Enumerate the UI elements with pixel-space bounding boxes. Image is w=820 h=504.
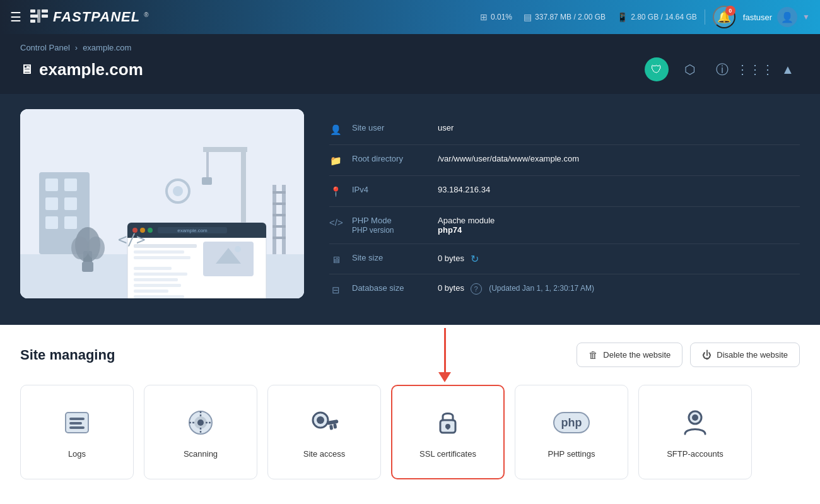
user-menu[interactable]: fastuser 👤 ▼: [743, 7, 810, 27]
delete-website-label: Delete the website: [603, 350, 671, 360]
user-icon: 👤: [329, 124, 342, 136]
php-icon: php: [551, 406, 592, 439]
managing-section: Site managing 🗑 Delete the website ⏻ Dis…: [0, 325, 820, 504]
delete-website-button[interactable]: 🗑 Delete the website: [577, 343, 682, 367]
site-user-value: user: [438, 123, 454, 132]
svg-point-74: [692, 414, 698, 421]
avatar: 👤: [777, 7, 797, 27]
svg-point-43: [173, 186, 183, 196]
scanning-icon: [184, 406, 217, 439]
notifications-button[interactable]: 🔔 0: [713, 6, 735, 28]
svg-text:php: php: [561, 416, 582, 429]
svg-rect-1: [30, 15, 38, 18]
scanning-card[interactable]: Scanning: [144, 385, 257, 479]
cpu-icon: ⊞: [480, 12, 488, 22]
db-size-label: Database size: [352, 283, 428, 293]
site-icon: 🖥: [20, 62, 33, 77]
svg-point-62: [197, 419, 204, 426]
memory-icon: ▤: [524, 12, 532, 22]
svg-rect-3: [37, 9, 40, 23]
svg-rect-10: [45, 179, 58, 191]
info-button[interactable]: ⓘ: [710, 57, 734, 81]
db-updated-text: (Updated Jan 1, 1, 2:30:17 AM): [489, 284, 594, 293]
page-actions: 🛡 ⬡ ⓘ ⋮⋮⋮ ▲: [645, 57, 800, 81]
ssl-certificates-card[interactable]: SSL certificates: [391, 385, 505, 479]
ipv4-value: 93.184.216.34: [438, 185, 490, 194]
ssl-svg: [431, 406, 464, 439]
svg-rect-37: [134, 284, 181, 287]
svg-point-53: [71, 237, 89, 259]
site-user-label: Site user: [352, 123, 428, 132]
svg-rect-39: [134, 295, 184, 298]
svg-point-54: [87, 237, 105, 259]
svg-rect-58: [69, 422, 82, 425]
sftp-icon: [679, 406, 712, 439]
svg-rect-47: [272, 202, 286, 205]
svg-rect-36: [134, 278, 178, 281]
php-settings-card[interactable]: php PHP settings: [515, 385, 628, 479]
disk-icon: 📱: [617, 12, 628, 22]
site-user-row: 👤 Site user user: [329, 114, 800, 145]
svg-rect-17: [203, 147, 247, 152]
site-size-label: Site size: [352, 253, 428, 262]
disk-value: 2.80 GB / 14.64 GB: [631, 13, 697, 21]
php-mode-row: </> PHP Mode PHP version Apache module p…: [329, 207, 800, 244]
notifications-badge: 0: [725, 6, 735, 16]
svg-rect-14: [45, 216, 58, 229]
svg-text:</>: </>: [118, 231, 145, 249]
ipv4-label: IPv4: [352, 185, 428, 194]
scanning-label: Scanning: [184, 449, 218, 459]
site-access-card[interactable]: Site access: [267, 385, 381, 479]
site-access-label: Site access: [303, 449, 345, 459]
managing-header: Site managing 🗑 Delete the website ⏻ Dis…: [20, 343, 800, 367]
svg-rect-30: [134, 256, 190, 259]
logs-svg: [61, 406, 93, 439]
arrow-head: [438, 372, 451, 382]
disable-website-button[interactable]: ⏻ Disable the website: [690, 343, 800, 367]
nav-divider: [705, 9, 705, 25]
svg-rect-4: [42, 9, 48, 13]
svg-rect-19: [202, 177, 212, 185]
grid-button[interactable]: ⋮⋮⋮: [743, 57, 767, 81]
svg-rect-5: [42, 15, 48, 18]
disk-stat: 📱 2.80 GB / 14.64 GB: [617, 12, 697, 22]
svg-rect-15: [64, 216, 77, 229]
site-size-value: 0 bytes ↻: [438, 253, 479, 265]
sftp-accounts-card[interactable]: SFTP-accounts: [638, 385, 752, 479]
system-stats: ⊞ 0.01% ▤ 337.87 MB / 2.00 GB 📱 2.80 GB …: [480, 12, 697, 22]
breadcrumb: Control Panel › example.com: [20, 43, 800, 52]
power-icon: ⏻: [702, 349, 712, 360]
svg-rect-66: [333, 423, 337, 429]
collapse-button[interactable]: ▲: [776, 57, 800, 81]
refresh-size-button[interactable]: ↻: [471, 253, 479, 265]
db-help-button[interactable]: ?: [471, 283, 482, 295]
managing-title: Site managing: [20, 347, 115, 363]
site-access-icon: [308, 406, 341, 439]
shield-button[interactable]: 🛡: [645, 57, 669, 81]
logo: FASTPANEL ®: [29, 8, 149, 26]
logs-icon: [61, 406, 93, 439]
svg-text:example.com: example.com: [177, 228, 208, 233]
chevron-down-icon: ▼: [802, 13, 810, 21]
site-details: 👤 Site user user 📁 Root directory /var/w…: [329, 109, 800, 305]
svg-rect-2: [30, 20, 35, 23]
memory-stat: ▤ 337.87 MB / 2.00 GB: [524, 12, 606, 22]
hamburger-menu[interactable]: ☰: [10, 9, 21, 25]
root-dir-row: 📁 Root directory /var/www/user/data/www/…: [329, 145, 800, 176]
php-mode-value: Apache module php74: [438, 216, 495, 235]
db-size-value: 0 bytes ? (Updated Jan 1, 1, 2:30:17 AM): [438, 283, 594, 295]
site-size-row: 🖥 Site size 0 bytes ↻: [329, 244, 800, 274]
logo-text: FASTPANEL: [53, 9, 140, 25]
external-link-button[interactable]: ⬡: [677, 57, 701, 81]
database-icon: ⊟: [329, 284, 342, 296]
breadcrumb-parent[interactable]: Control Panel: [20, 43, 70, 52]
svg-rect-13: [64, 197, 77, 210]
username: fastuser: [743, 13, 772, 22]
svg-rect-70: [447, 426, 449, 430]
managing-actions: 🗑 Delete the website ⏻ Disable the websi…: [577, 343, 800, 367]
svg-rect-59: [69, 426, 85, 429]
logs-card[interactable]: Logs: [20, 385, 134, 479]
memory-value: 337.87 MB / 2.00 GB: [535, 13, 606, 21]
page-title: 🖥 example.com: [20, 60, 143, 79]
key-svg: [308, 406, 341, 439]
